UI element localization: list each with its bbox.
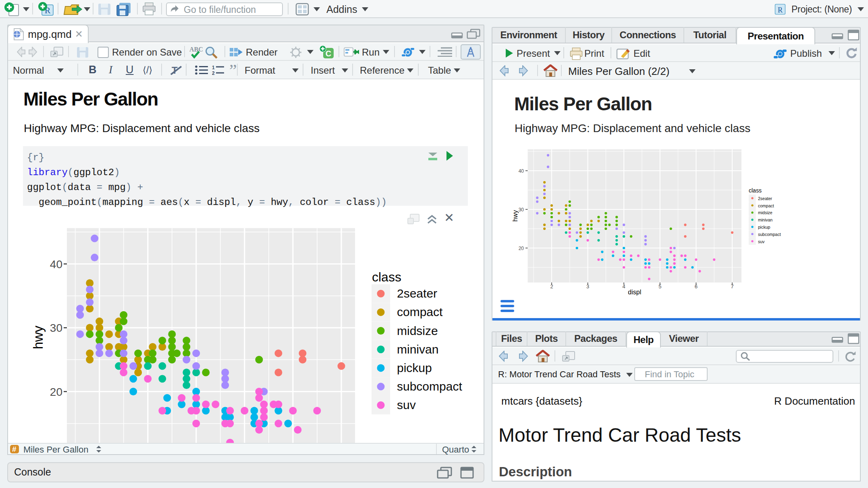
svg-text:minivan: minivan [397, 343, 438, 356]
svg-text:minivan: minivan [758, 217, 772, 222]
svg-text:4: 4 [623, 283, 625, 289]
svg-text:20: 20 [519, 246, 524, 251]
svg-text:pickup: pickup [758, 225, 770, 230]
svg-text:subcompact: subcompact [397, 380, 462, 393]
svg-text:40: 40 [519, 168, 524, 174]
svg-text:2seater: 2seater [758, 196, 772, 201]
svg-text:class: class [749, 187, 762, 194]
svg-text:6: 6 [695, 283, 698, 289]
svg-text:R: R [778, 6, 783, 14]
svg-text:suv: suv [397, 398, 416, 411]
svg-text:40: 40 [50, 258, 62, 271]
svg-text:20: 20 [50, 386, 62, 398]
svg-text:5: 5 [658, 283, 661, 289]
svg-text:30: 30 [50, 322, 62, 334]
svg-text:7: 7 [731, 283, 733, 289]
svg-text:2: 2 [212, 70, 215, 75]
svg-text:compact: compact [397, 305, 443, 318]
svg-text:class: class [372, 270, 401, 284]
svg-text:C: C [326, 49, 331, 58]
svg-text:compact: compact [758, 203, 774, 208]
svg-text:midsize: midsize [758, 210, 772, 215]
svg-text:2: 2 [550, 283, 553, 289]
svg-text:midsize: midsize [397, 324, 438, 337]
svg-text:2seater: 2seater [397, 287, 437, 300]
svg-text:hwy: hwy [512, 210, 519, 221]
svg-text:ABC: ABC [189, 46, 203, 53]
svg-text:30: 30 [519, 207, 524, 213]
svg-text:suv: suv [758, 239, 765, 244]
svg-text:3: 3 [586, 283, 589, 289]
svg-text:hwy: hwy [31, 325, 46, 349]
svg-text:subcompact: subcompact [758, 232, 781, 237]
svg-text:1: 1 [212, 65, 215, 70]
svg-text:pickup: pickup [397, 361, 432, 374]
svg-text:displ: displ [628, 289, 641, 296]
